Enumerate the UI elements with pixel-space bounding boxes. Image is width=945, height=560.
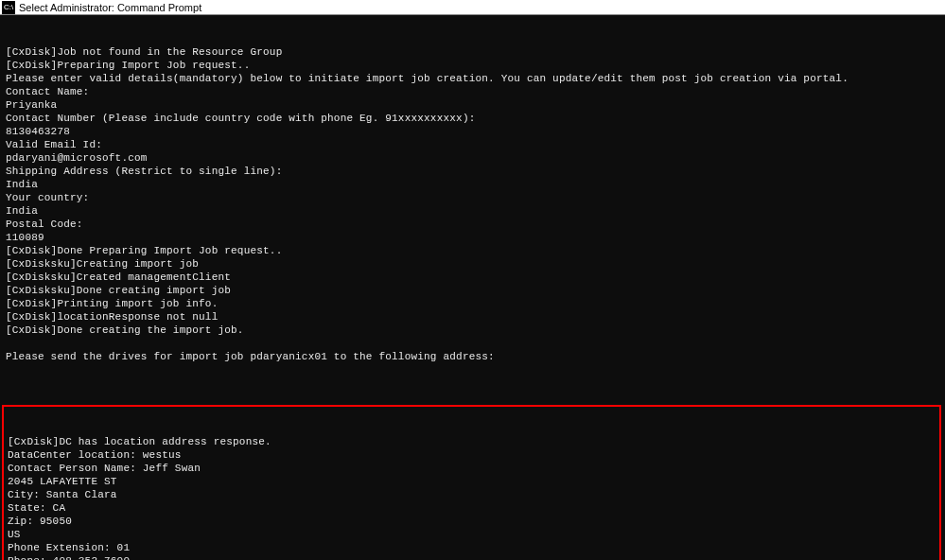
terminal-line: [CxDisksku]Created managementClient <box>6 271 939 284</box>
terminal-line: City: Santa Clara <box>8 488 936 501</box>
window-title: Select Administrator: Command Prompt <box>19 2 201 13</box>
terminal-line: Contact Person Name: Jeff Swan <box>8 462 936 475</box>
terminal-lines-main: [CxDisk]Job not found in the Resource Gr… <box>6 45 939 376</box>
terminal-line: India <box>6 204 939 218</box>
terminal-line: US <box>8 528 936 541</box>
terminal-line: Valid Email Id: <box>6 138 939 151</box>
terminal-line: 2045 LAFAYETTE ST <box>8 475 936 488</box>
terminal-line: [CxDisk]DC has location address response… <box>8 435 936 448</box>
highlight-region: [CxDisk]DC has location address response… <box>2 405 941 560</box>
terminal-line: Please send the drives for import job pd… <box>6 350 939 363</box>
terminal-line: India <box>6 178 939 191</box>
terminal-line: [CxDisk]Printing import job info. <box>6 297 939 310</box>
terminal-line: Phone: 408-352-7600 <box>8 554 936 560</box>
terminal-line: 110089 <box>6 231 939 244</box>
terminal-line: [CxDisksku]Done creating import job <box>6 284 939 297</box>
terminal-line: Postal Code: <box>6 218 939 231</box>
window-titlebar[interactable]: C:\ Select Administrator: Command Prompt <box>0 0 945 15</box>
terminal-lines-highlight: [CxDisk]DC has location address response… <box>8 435 936 560</box>
terminal-line: State: CA <box>8 501 936 515</box>
terminal-line: Zip: 95050 <box>8 515 936 528</box>
terminal-line: pdaryani@microsoft.com <box>6 151 939 165</box>
terminal-line: [CxDisk]Done creating the import job. <box>6 324 939 337</box>
terminal-output: [CxDisk]Job not found in the Resource Gr… <box>0 15 945 560</box>
terminal-line: Priyanka <box>6 98 939 112</box>
terminal-line: Phone Extension: 01 <box>8 541 936 554</box>
terminal-line: [CxDisk]Done Preparing Import Job reques… <box>6 244 939 257</box>
terminal-line: [CxDisk]locationResponse not null <box>6 310 939 324</box>
terminal-line: Please enter valid details(mandatory) be… <box>6 72 939 85</box>
terminal-line: Shipping Address (Restrict to single lin… <box>6 165 939 178</box>
terminal-line <box>6 363 939 376</box>
terminal-line: 8130463278 <box>6 125 939 138</box>
cmd-icon: C:\ <box>2 1 15 14</box>
terminal-line: [CxDisk]Preparing Import Job request.. <box>6 59 939 72</box>
terminal-line: [CxDisksku]Creating import job <box>6 257 939 271</box>
terminal-line: Your country: <box>6 191 939 204</box>
terminal-line: [CxDisk]Job not found in the Resource Gr… <box>6 45 939 59</box>
terminal-line <box>6 337 939 350</box>
terminal-line: Contact Name: <box>6 85 939 98</box>
terminal-line: DataCenter location: westus <box>8 448 936 462</box>
terminal-line: Contact Number (Please include country c… <box>6 112 939 125</box>
